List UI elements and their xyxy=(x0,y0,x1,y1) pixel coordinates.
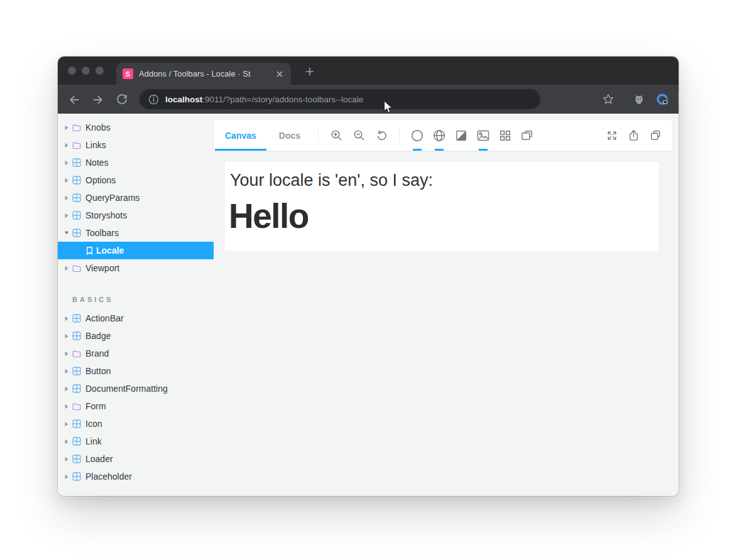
address-bar[interactable]: localhost:9011/?path=/story/addons-toolb… xyxy=(139,89,540,109)
story-heading: Hello xyxy=(229,198,658,235)
photo-button[interactable] xyxy=(472,120,494,151)
sidebar-item-knobs[interactable]: Knobs xyxy=(58,119,214,136)
tab-docs[interactable]: Docs xyxy=(268,120,312,151)
zoom-out-button[interactable] xyxy=(347,120,370,151)
zoom-out-icon xyxy=(352,129,366,142)
chevron-right-icon[interactable] xyxy=(64,333,69,339)
close-window-button[interactable] xyxy=(68,67,76,75)
browser-window: S Addons / Toolbars - Locale · St loca xyxy=(58,57,679,496)
privacy-extension-icon[interactable] xyxy=(655,92,670,107)
zoom-in-button[interactable] xyxy=(325,120,347,151)
contrast-icon xyxy=(455,129,467,142)
active-indicator xyxy=(479,149,488,151)
fullscreen-icon xyxy=(606,129,618,142)
sidebar-item-icon[interactable]: Icon xyxy=(58,415,214,433)
browser-toolbar: localhost:9011/?path=/story/addons-toolb… xyxy=(58,85,679,114)
chevron-right-icon[interactable] xyxy=(64,369,69,374)
sidebar-item-toolbars[interactable]: Toolbars xyxy=(58,224,214,242)
chevron-right-icon[interactable] xyxy=(64,439,69,444)
sidebar-item-options[interactable]: Options xyxy=(58,171,214,189)
sidebar-item-notes[interactable]: Notes xyxy=(58,154,214,171)
sidebar-item-placeholder[interactable]: Placeholder xyxy=(58,468,214,485)
sidebar-section-title: BASICS xyxy=(72,296,214,304)
outline-circle-button[interactable] xyxy=(406,120,428,151)
chevron-right-icon[interactable] xyxy=(64,160,69,166)
sidebar-item-storyshots[interactable]: Storyshots xyxy=(58,207,214,224)
window-tools-group xyxy=(601,120,667,151)
contrast-button[interactable] xyxy=(450,120,472,151)
sidebar-item-badge[interactable]: Badge xyxy=(58,327,214,345)
story-container: Your locale is 'en', so I say: Hello xyxy=(225,162,658,251)
sidebar-item-loader[interactable]: Loader xyxy=(58,450,214,468)
sidebar-item-label: Knobs xyxy=(85,122,111,132)
sidebar-item-viewport[interactable]: Viewport xyxy=(58,259,214,277)
github-extension-icon[interactable] xyxy=(631,92,647,107)
tab-title: Addons / Toolbars - Locale · St xyxy=(139,69,272,78)
sidebar-item-documentformatting[interactable]: DocumentFormatting xyxy=(58,380,214,397)
site-info-icon[interactable] xyxy=(148,94,159,105)
fullscreen-button[interactable] xyxy=(601,120,623,151)
tab-canvas[interactable]: Canvas xyxy=(214,120,268,151)
forward-button[interactable] xyxy=(90,92,106,107)
chevron-down-icon[interactable] xyxy=(64,230,69,235)
chevron-right-icon[interactable] xyxy=(64,474,69,480)
tab-close-icon[interactable] xyxy=(275,69,285,79)
chevron-right-icon[interactable] xyxy=(64,404,69,409)
sidebar-tree: KnobsLinksNotesOptionsQueryParamsStorysh… xyxy=(58,119,214,277)
sidebar-item-button[interactable]: Button xyxy=(58,362,214,380)
sidebar-item-label: Link xyxy=(85,436,102,446)
chevron-right-icon[interactable] xyxy=(64,351,69,357)
grid-button[interactable] xyxy=(494,120,516,151)
sidebar-item-queryparams[interactable]: QueryParams xyxy=(58,189,214,207)
chevron-right-icon[interactable] xyxy=(64,178,69,183)
zoom-window-button[interactable] xyxy=(96,67,104,75)
stacked-windows-button[interactable] xyxy=(516,120,538,151)
component-icon xyxy=(72,437,82,446)
component-icon xyxy=(72,331,82,340)
component-icon xyxy=(72,419,82,428)
sidebar-item-label: Viewport xyxy=(85,263,119,273)
chevron-right-icon[interactable] xyxy=(64,213,69,218)
sidebar-basics-tree: ActionBarBadgeBrandButtonDocumentFormatt… xyxy=(58,310,214,485)
sidebar-item-links[interactable]: Links xyxy=(58,136,214,154)
browser-tab-strip: S Addons / Toolbars - Locale · St xyxy=(58,57,679,85)
minimize-window-button[interactable] xyxy=(82,67,90,75)
sidebar-item-label: Icon xyxy=(85,419,102,429)
sidebar-item-link[interactable]: Link xyxy=(58,433,214,450)
storybook-favicon-icon: S xyxy=(123,68,133,79)
chevron-right-icon[interactable] xyxy=(64,125,69,131)
globe-button[interactable] xyxy=(428,120,450,151)
chevron-right-icon[interactable] xyxy=(64,195,69,201)
chevron-right-icon[interactable] xyxy=(64,386,69,392)
component-icon xyxy=(72,472,82,481)
folder-icon xyxy=(72,264,82,272)
new-tab-button[interactable] xyxy=(302,64,318,79)
copy-button[interactable] xyxy=(645,120,667,151)
share-button[interactable] xyxy=(623,120,645,151)
zoom-reset-button[interactable] xyxy=(370,120,393,151)
photo-icon xyxy=(476,129,490,143)
sidebar-item-form[interactable]: Form xyxy=(58,397,214,415)
sidebar-item-locale[interactable]: Locale xyxy=(58,242,214,259)
sidebar-item-label: Button xyxy=(85,366,111,376)
reload-button[interactable] xyxy=(114,92,129,107)
grid-icon xyxy=(499,129,511,142)
storybook-app: KnobsLinksNotesOptionsQueryParamsStorysh… xyxy=(58,114,679,496)
browser-tab[interactable]: S Addons / Toolbars - Locale · St xyxy=(116,63,291,85)
mouse-cursor xyxy=(383,100,395,116)
back-button[interactable] xyxy=(67,92,82,107)
active-indicator xyxy=(435,149,444,151)
sidebar-item-brand[interactable]: Brand xyxy=(58,345,214,362)
bookmark-star-icon[interactable] xyxy=(601,92,616,107)
storybook-sidebar: KnobsLinksNotesOptionsQueryParamsStorysh… xyxy=(58,114,214,496)
url-host: localhost xyxy=(165,95,202,104)
toolbar-divider xyxy=(318,128,319,143)
chevron-right-icon[interactable] xyxy=(64,316,69,321)
chevron-right-icon[interactable] xyxy=(64,421,69,427)
chevron-right-icon[interactable] xyxy=(64,266,69,271)
sidebar-item-actionbar[interactable]: ActionBar xyxy=(58,310,214,327)
stacked-windows-icon xyxy=(520,129,533,142)
tab-label: Canvas xyxy=(225,131,256,141)
chevron-right-icon[interactable] xyxy=(64,456,69,462)
chevron-right-icon[interactable] xyxy=(64,143,69,148)
